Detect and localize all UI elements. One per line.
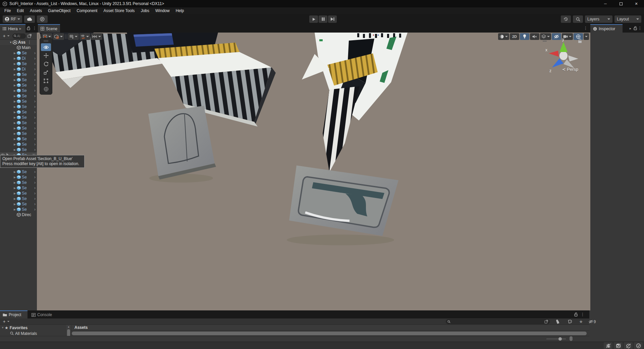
hierarchy-prefab-row[interactable]: ▶ Se › <box>0 136 37 142</box>
open-prefab-arrow[interactable]: › <box>34 143 36 146</box>
open-prefab-arrow[interactable]: › <box>34 57 36 60</box>
open-prefab-arrow[interactable]: › <box>34 132 36 135</box>
lock-open-icon[interactable] <box>634 26 637 30</box>
project-search-field[interactable] <box>446 319 550 324</box>
expand-arrow-icon[interactable]: ▶ <box>13 105 17 108</box>
expand-arrow-icon[interactable]: ▶ <box>13 52 17 55</box>
overlay-drag-handle[interactable] <box>65 34 67 39</box>
expand-arrow-icon[interactable]: ▶ <box>13 143 17 146</box>
expand-arrow-icon[interactable]: ▶ <box>13 203 17 206</box>
open-prefab-arrow[interactable]: › <box>34 84 36 87</box>
open-prefab-arrow[interactable]: › <box>34 116 36 119</box>
open-prefab-arrow[interactable]: › <box>34 100 36 103</box>
close-button[interactable]: ✕ <box>629 0 644 7</box>
progress-idle-check-icon[interactable] <box>634 342 643 349</box>
open-prefab-arrow[interactable]: › <box>34 105 36 108</box>
hierarchy-prefab-row[interactable]: ▶ Se › <box>0 147 37 152</box>
tab-inspector[interactable]: Inspector <box>590 24 623 33</box>
expand-arrow-icon[interactable]: ▶ <box>13 181 17 184</box>
audio-mute-toggle[interactable] <box>530 33 539 40</box>
expand-arrow-icon[interactable]: ▶ <box>13 111 17 114</box>
hierarchy-prefab-row[interactable]: ▶ Se › <box>0 88 37 93</box>
slider-knob[interactable] <box>558 337 562 341</box>
menu-item[interactable]: Window <box>152 7 173 14</box>
expand-arrow-icon[interactable]: ▶ <box>13 208 17 211</box>
open-prefab-arrow[interactable]: › <box>34 208 36 211</box>
hierarchy-prefab-row[interactable]: ▶ Se › <box>0 174 37 180</box>
hierarchy-prefab-row[interactable]: ▶ Se › <box>0 77 37 83</box>
hierarchy-prefab-row[interactable]: ▶ Se › <box>0 180 37 185</box>
play-button[interactable] <box>309 15 318 23</box>
hierarchy-search-field[interactable] <box>12 34 26 39</box>
expand-arrow-icon[interactable]: ▶ <box>13 170 17 173</box>
undo-history-button[interactable] <box>561 15 571 23</box>
grid-visibility-dropdown[interactable] <box>68 33 79 40</box>
expand-arrow-icon[interactable]: ▶ <box>13 187 17 190</box>
expand-arrow-icon[interactable]: ▶ <box>13 57 17 60</box>
hierarchy-prefab-row[interactable]: ▶ Se › <box>0 142 37 147</box>
inspector-menu-kebab[interactable]: ⋮ <box>638 26 642 31</box>
open-prefab-arrow[interactable]: › <box>34 176 36 179</box>
expand-arrow-icon[interactable]: ▶ <box>13 121 17 124</box>
open-prefab-arrow[interactable]: › <box>34 186 36 190</box>
hierarchy-prefab-row[interactable]: ▶ Se › <box>0 185 37 191</box>
create-asset-button[interactable]: ＋ <box>2 318 6 325</box>
hierarchy-prefab-row[interactable]: ▶ Se › <box>0 201 37 207</box>
open-prefab-arrow[interactable]: › <box>34 148 36 151</box>
hierarchy-prefab-row[interactable]: ▶ Se › <box>0 131 37 136</box>
pause-button[interactable] <box>319 15 327 23</box>
assets-horizontal-scrollbar[interactable] <box>72 332 587 335</box>
expand-arrow-icon[interactable]: ▶ <box>13 192 17 195</box>
scene-menu-kebab[interactable]: ⋮ <box>584 26 588 31</box>
expand-arrow-icon[interactable]: ▶ <box>13 95 17 98</box>
favorites-item[interactable]: All Materials <box>0 331 66 336</box>
open-prefab-arrow[interactable]: › <box>34 73 36 76</box>
hierarchy-prefab-row[interactable]: ▶ Se › <box>0 99 37 104</box>
open-prefab-arrow[interactable]: › <box>34 94 36 98</box>
assets-vertical-scrollbar[interactable] <box>570 336 573 341</box>
menu-item[interactable]: Assets <box>27 7 45 14</box>
hierarchy-prefab-row[interactable]: ▶ Se › <box>0 120 37 126</box>
project-menu-kebab[interactable]: ⋮ <box>581 312 585 317</box>
rect-tool-button[interactable] <box>41 77 51 85</box>
hierarchy-prefab-row[interactable]: ▶ Di › <box>0 66 37 72</box>
view-tool-button[interactable] <box>41 43 51 51</box>
open-prefab-arrow[interactable]: › <box>34 170 36 173</box>
hierarchy-prefab-row[interactable]: ▶ Se › <box>0 109 37 115</box>
expand-arrow-icon[interactable]: ▶ <box>13 84 17 87</box>
transform-tool-button[interactable] <box>41 85 51 93</box>
account-button[interactable]: RF <box>3 15 22 23</box>
open-prefab-arrow[interactable]: › <box>34 67 36 71</box>
expand-arrow-icon[interactable]: ▶ <box>13 138 17 141</box>
open-prefab-arrow[interactable]: › <box>34 62 36 65</box>
tool-handle-rotation-dropdown[interactable] <box>53 33 64 40</box>
overlay-grip[interactable] <box>44 40 48 42</box>
maximize-button[interactable] <box>613 0 629 7</box>
projection-mode-label[interactable]: ≺ Persp <box>562 67 579 72</box>
tab-scene[interactable]: Scene <box>38 24 60 33</box>
hierarchy-row-directional-light[interactable]: Direc <box>0 212 37 217</box>
lock-open-icon[interactable] <box>574 312 578 316</box>
scale-tool-button[interactable] <box>41 68 51 76</box>
shading-mode-dropdown[interactable] <box>498 33 509 40</box>
expand-arrow-icon[interactable]: ▶ <box>13 100 17 103</box>
hierarchy-search-input[interactable] <box>17 34 23 38</box>
expand-arrow-icon[interactable]: ▶ <box>13 197 17 200</box>
layout-dropdown[interactable]: Layout <box>614 15 641 23</box>
menu-item[interactable]: Component <box>73 7 100 14</box>
open-prefab-arrow[interactable]: › <box>34 51 36 55</box>
menu-item[interactable]: Edit <box>14 7 27 14</box>
panel-popout-icon[interactable]: ▸ <box>630 27 631 30</box>
open-prefab-arrow[interactable]: › <box>34 121 36 124</box>
minimize-button[interactable]: ─ <box>598 0 613 7</box>
expand-arrow-icon[interactable]: ▶ <box>13 79 17 82</box>
expand-arrow-icon[interactable]: ▶ <box>13 132 17 135</box>
picker-window-icon[interactable] <box>28 34 32 38</box>
scene-viewport[interactable]: 2D <box>37 33 590 310</box>
create-button[interactable]: ＋ <box>2 33 6 39</box>
hierarchy-prefab-row[interactable]: ▶ Se › <box>0 61 37 66</box>
snap-increment-dropdown[interactable] <box>91 33 102 40</box>
open-prefab-arrow[interactable]: › <box>34 89 36 92</box>
hierarchy-prefab-row[interactable]: ▶ Se › <box>0 104 37 109</box>
open-prefab-arrow[interactable]: › <box>34 110 36 114</box>
